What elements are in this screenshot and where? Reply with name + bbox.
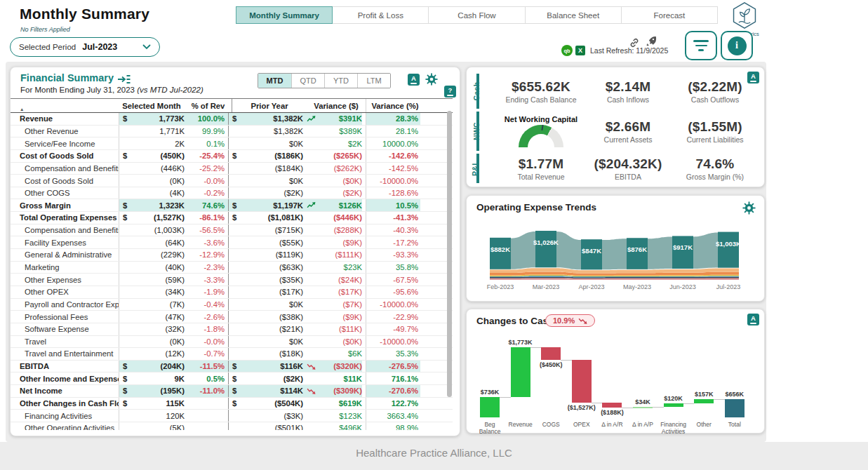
row-label: Marketing [11,262,119,274]
waterfall-bar-total[interactable] [725,399,745,417]
table-row: Other Income and Expenses$9K0.5%$($2K)$1… [11,372,453,385]
cell-variance-percent: 35.8% [366,262,420,274]
cell-currency-symbol [228,336,241,348]
cell-trend [303,262,319,274]
cell-pct-of-rev: 0.5% [185,372,228,384]
accounting-book-icon[interactable]: A [747,314,759,325]
cell-selected-month: (4K) [131,187,185,199]
sort-ascending-icon[interactable]: ▲ [20,107,24,112]
waterfall-bar-opex[interactable] [572,360,592,403]
kpi-cell: $1.77MTotal Revenue [498,153,585,184]
tab-cash-flow[interactable]: Cash Flow [428,6,525,24]
info-icon: i [728,36,747,55]
cell-trend [303,137,319,149]
row-label: Financing Activities [11,410,119,422]
kpi-label: Current Assets [604,135,653,144]
cell-prior-year: ($21K) [241,323,303,335]
table-scrollbar[interactable] [447,111,452,397]
cell-pct-of-rev: -0.7% [185,348,228,360]
cell-selected-month: (1,003K) [131,224,185,236]
waterfall-bar-revenue[interactable] [511,347,530,397]
cell-currency-symbol [119,323,131,335]
toggle-ltm[interactable]: LTM [357,74,390,88]
filters-note: No Filters Applied [20,26,70,33]
trend-down-icon [307,388,316,394]
row-label: Service/Fee Income [11,137,119,149]
kpi-label: EBITDA [615,173,641,181]
kpi-label: Ending Cash Balance [506,95,577,104]
financial-summary-subtitle: For Month Ending July 31, 2023 (vs MTD J… [20,86,203,94]
cell-trend [303,163,319,175]
waterfall-bar-financing-activities[interactable] [664,403,683,407]
cell-trend [303,199,319,211]
column-header[interactable]: Selected Month [119,102,185,110]
opex-ribbon-chart[interactable]: $882KFeb-2023$1,026KMar-2023$847KApr-202… [472,221,760,294]
cell-currency-symbol [119,163,131,175]
goto-detail-icon[interactable] [117,74,131,85]
cell-selected-month: 115K [131,398,185,410]
waterfall-bar-other[interactable] [694,399,714,403]
cell-currency-symbol [228,175,241,187]
cell-currency-symbol: $ [228,385,241,397]
waterfall-bar--in-a-r[interactable] [602,403,622,408]
accounting-book-icon[interactable]: A [408,74,420,86]
waterfall-bar--in-a-p[interactable] [633,407,653,408]
tab-monthly-summary[interactable]: Monthly Summary [236,6,333,24]
cell-variance-percent: 28.3% [366,113,420,125]
help-icon[interactable]: ? [444,86,456,98]
toggle-ytd[interactable]: YTD [324,74,357,88]
nwc-gauge[interactable] [519,125,563,147]
row-label: Net Income [11,385,119,397]
table-row: Compensation and Benefits...(446K)-25.2%… [11,163,453,175]
tab-profit-loss[interactable]: Profit & Loss [332,6,429,24]
cell-trend [303,236,319,248]
cell-variance-percent: -10000.0% [366,299,420,311]
tab-balance-sheet[interactable]: Balance Sheet [525,6,622,24]
cell-variance-dollars: $389K [319,126,362,137]
column-header[interactable]: Variance ($) [307,102,366,110]
gear-icon[interactable] [742,201,756,215]
toggle-mtd[interactable]: MTD [258,74,291,88]
svg-text:Feb-2023: Feb-2023 [487,283,514,290]
report-tabs: Monthly SummaryProfit & LossCash FlowBal… [236,6,718,24]
column-header[interactable]: Variance (%) [366,99,424,112]
cell-currency-symbol [228,126,241,137]
cell-prior-year: ($184K) [241,163,303,175]
metrics-group: Cash [472,73,498,109]
cell-currency-symbol [228,311,241,323]
info-button[interactable]: i [721,31,753,60]
cell-variance-percent: 35.3% [366,348,420,360]
cell-selected-month: (204K) [131,361,185,372]
waterfall-connector [683,403,695,404]
row-label: Compensation and Benefits... [11,163,119,175]
cell-currency-symbol [228,274,241,286]
waterfall-bar-beg-balance[interactable] [480,397,500,417]
cell-selected-month: (229K) [131,249,185,261]
waterfall-bar-cogs[interactable] [541,347,561,360]
selected-period-dropdown[interactable]: Selected Period Jul-2023 [10,37,160,57]
cell-variance-dollars: ($265K) [319,150,362,162]
cell-variance-dollars: ($9K) [319,311,362,323]
cell-selected-month: 1,771K [131,126,185,137]
cell-selected-month: 120K [131,410,185,422]
kpi-cell: ($204.32K)EBITDA [585,153,672,184]
opex-trends-title: Operating Expense Trends [476,202,596,213]
cell-currency-symbol [119,299,131,311]
cell-variance-percent: -10000.0% [366,175,420,187]
cell-trend [303,212,319,224]
cell-selected-month: (64K) [131,236,185,248]
toggle-qtd[interactable]: QTD [291,74,324,88]
cell-prior-year: ($38K) [241,311,303,323]
tab-forecast[interactable]: Forecast [621,6,718,24]
filter-button[interactable] [685,31,717,60]
changes-to-cash-title: Changes to Cash [476,316,554,326]
cell-trend [303,361,319,372]
column-header[interactable]: % of Rev [185,102,232,110]
cell-pct-of-rev: 100.0% [185,113,228,125]
cash-waterfall-chart[interactable]: $736KBeg Balance$1,773KRevenue($450K)COG… [474,333,759,431]
cell-pct-of-rev: -3.3% [185,274,228,286]
table-row: Marketing(40K)-2.3%($63K)$23K35.8% [11,262,453,274]
cell-variance-percent: 98.9% [366,422,420,430]
gear-icon[interactable] [425,73,438,86]
column-header[interactable]: Prior Year [232,99,307,112]
